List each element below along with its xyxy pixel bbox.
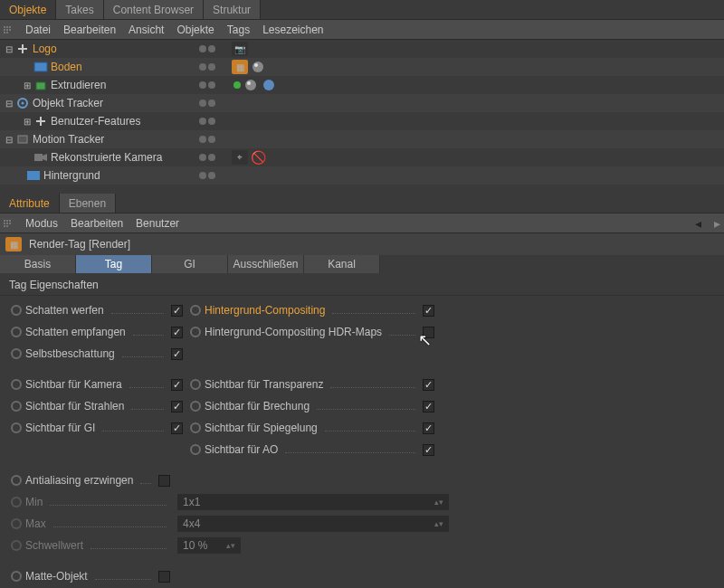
render-dot-icon[interactable] [208, 63, 215, 71]
tab-takes[interactable]: Takes [56, 0, 103, 19]
visibility-dot-icon[interactable] [199, 136, 206, 143]
subtab-gi[interactable]: GI [152, 255, 228, 273]
menu-bookmarks[interactable]: Lesezeichen [262, 24, 323, 36]
menu-edit[interactable]: Bearbeiten [63, 24, 116, 36]
anim-ring-icon[interactable] [11, 518, 22, 529]
tree-row-logo[interactable]: ⊟ Logo 📷 [0, 40, 724, 58]
menu-file[interactable]: Datei [25, 24, 51, 36]
field-max[interactable]: 4x4▴▾ [177, 516, 449, 532]
expander-icon[interactable]: ⊟ [4, 44, 14, 54]
checkbox-visible-transparency[interactable]: ✓ [423, 379, 434, 391]
checkbox-cast-shadow[interactable]: ✓ [171, 305, 183, 317]
anim-ring-icon[interactable] [11, 401, 22, 412]
anim-ring-icon[interactable] [190, 401, 201, 412]
subtab-channel[interactable]: Kanal [304, 255, 380, 273]
disabled-tag-icon[interactable]: 🚫 [250, 150, 266, 165]
anim-ring-icon[interactable] [11, 305, 22, 316]
checkbox-visible-refraction[interactable]: ✓ [423, 401, 434, 413]
anim-ring-icon[interactable] [11, 348, 22, 359]
anim-ring-icon[interactable] [11, 379, 22, 390]
stepper-icon[interactable]: ▴▾ [226, 541, 235, 550]
tree-row-user-features[interactable]: ⊞ Benutzer-Features [0, 112, 724, 130]
anim-ring-icon[interactable] [11, 475, 22, 486]
anim-ring-icon[interactable] [11, 571, 22, 582]
visibility-dot-icon[interactable] [199, 172, 206, 179]
anim-ring-icon[interactable] [190, 444, 201, 455]
nav-forward-icon[interactable]: ▸ [714, 216, 720, 231]
tree-row-recon-camera[interactable]: Rekonstruierte Kamera ⌖ 🚫 [0, 148, 724, 166]
enable-check-icon[interactable] [233, 81, 241, 89]
target-tag-icon[interactable]: ⌖ [232, 150, 248, 165]
dots [102, 425, 164, 432]
render-dot-icon[interactable] [208, 154, 215, 161]
menu-tags[interactable]: Tags [227, 24, 250, 36]
dots [285, 447, 415, 453]
expander-icon[interactable]: ⊟ [4, 135, 14, 145]
checkbox-matte-object[interactable]: ✓ [158, 571, 170, 583]
menu-user[interactable]: Benutzer [136, 217, 179, 230]
tree-row-extrude[interactable]: ⊞ Extrudieren [0, 76, 724, 94]
anim-ring-icon[interactable] [11, 422, 22, 433]
visibility-dot-icon[interactable] [199, 81, 206, 89]
anim-ring-icon[interactable] [11, 327, 22, 337]
label-matte-object: Matte-Objekt [25, 570, 88, 583]
expander-icon[interactable]: ⊞ [22, 117, 33, 127]
render-dot-icon[interactable] [208, 172, 215, 179]
anim-ring-icon[interactable] [11, 540, 22, 551]
tab-content-browser[interactable]: Content Browser [104, 0, 204, 19]
checkbox-force-aa[interactable]: ✓ [158, 475, 170, 487]
render-dot-icon[interactable] [208, 100, 215, 107]
tree-row-motion-tracker[interactable]: ⊟ Motion Tracker [0, 130, 724, 148]
anim-ring-icon[interactable] [190, 305, 201, 316]
tab-objects[interactable]: Objekte [0, 0, 56, 19]
visibility-dot-icon[interactable] [199, 63, 206, 71]
tree-row-object-tracker[interactable]: ⊟ Objekt Tracker [0, 94, 724, 112]
render-dot-icon[interactable] [208, 45, 215, 52]
checkbox-visible-reflection[interactable]: ✓ [423, 422, 434, 434]
checkbox-receive-shadow[interactable]: ✓ [171, 327, 183, 338]
menu-view[interactable]: Ansicht [129, 24, 164, 36]
menu-edit[interactable]: Bearbeiten [71, 217, 123, 230]
stepper-icon[interactable]: ▴▾ [434, 519, 443, 528]
checkbox-visible-gi[interactable]: ✓ [171, 422, 183, 434]
properties-list: Schatten werfen ✓ Hintergrund-Compositin… [0, 296, 724, 588]
nav-back-icon[interactable]: ◂ [695, 216, 701, 231]
checkbox-bg-compositing[interactable]: ✓ [423, 305, 434, 317]
expander-icon[interactable]: ⊞ [22, 81, 33, 90]
checkbox-visible-ao[interactable]: ✓ [423, 444, 434, 456]
anim-ring-icon[interactable] [11, 497, 22, 507]
visibility-dot-icon[interactable] [199, 118, 206, 125]
tab-attribute[interactable]: Attribute [0, 194, 60, 213]
tag-icon[interactable]: 📷 [232, 42, 248, 56]
visibility-dot-icon[interactable] [199, 45, 206, 52]
field-min[interactable]: 1x1▴▾ [177, 494, 449, 510]
anim-ring-icon[interactable] [190, 422, 201, 433]
tab-layers[interactable]: Ebenen [60, 194, 116, 213]
anim-ring-icon[interactable] [190, 327, 201, 337]
stepper-icon[interactable]: ▴▾ [434, 498, 443, 507]
checkbox-self-shadow[interactable]: ✓ [171, 348, 183, 360]
phong-tag-icon[interactable] [261, 78, 277, 92]
render-dot-icon[interactable] [208, 118, 215, 125]
tree-row-boden[interactable]: Boden ▦ [0, 58, 724, 76]
render-dot-icon[interactable] [208, 81, 215, 89]
anim-ring-icon[interactable] [190, 379, 201, 390]
checkbox-visible-camera[interactable]: ✓ [171, 379, 183, 391]
render-dot-icon[interactable] [208, 136, 215, 143]
subtab-exclude[interactable]: Ausschließen [228, 255, 304, 273]
subtab-tag[interactable]: Tag [76, 255, 152, 273]
visibility-dot-icon[interactable] [199, 100, 206, 107]
tab-structure[interactable]: Struktur [204, 0, 261, 19]
expander-icon[interactable]: ⊟ [4, 99, 14, 109]
field-threshold[interactable]: 10 %▴▾ [177, 537, 241, 554]
subtab-basis[interactable]: Basis [0, 255, 76, 273]
render-tag-icon[interactable]: ▦ [232, 60, 248, 74]
menu-objects[interactable]: Objekte [176, 24, 214, 36]
material-tag-icon[interactable] [250, 60, 266, 74]
material-tag-icon[interactable] [243, 78, 259, 92]
visibility-dot-icon[interactable] [199, 154, 206, 161]
menu-mode[interactable]: Modus [25, 217, 58, 230]
tree-row-background[interactable]: Hintergrund [0, 166, 724, 185]
checkbox-visible-rays[interactable]: ✓ [171, 401, 183, 413]
checkbox-bg-compositing-hdr[interactable]: ✓ [423, 327, 434, 338]
